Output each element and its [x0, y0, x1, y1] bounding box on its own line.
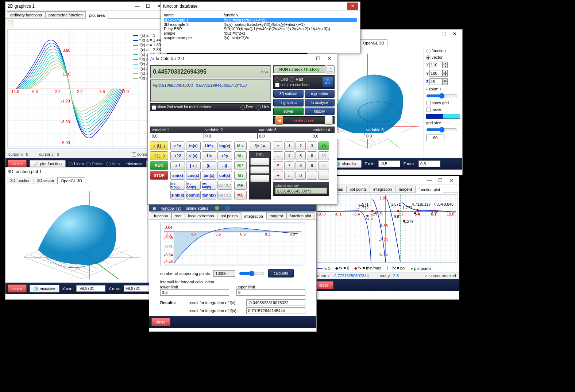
var3-input[interactable]: [258, 133, 311, 139]
var5-input[interactable]: [365, 133, 418, 139]
var4-input[interactable]: [311, 133, 364, 139]
x2-button[interactable]: x^2: [170, 151, 185, 160]
invi-button[interactable]: 1/i: [318, 151, 329, 160]
sigma-button[interactable]: ∑ (i,j,..): [150, 141, 168, 150]
con-button[interactable]: Con(C): [217, 181, 232, 190]
plus-button[interactable]: +: [273, 141, 283, 150]
function-radio[interactable]: [426, 49, 431, 53]
atan-button[interactable]: arc tan(x): [202, 181, 216, 190]
expression-input[interactable]: ln((2.91069338045071 -0.687121994450258^…: [150, 79, 271, 102]
close-button[interactable]: close: [151, 318, 170, 326]
fact-button[interactable]: x !: [170, 161, 185, 170]
pi-product-button[interactable]: ∏(i,j,..): [150, 151, 168, 160]
extra-button[interactable]: -: [318, 171, 329, 180]
close-button[interactable]: ✕: [449, 30, 460, 38]
run-button[interactable]: RUN / check / history: [273, 65, 325, 73]
table-row[interactable]: simplef(x,z)=x^2+z: [164, 31, 357, 35]
plusi-button[interactable]: +i: [318, 161, 329, 170]
mc-button[interactable]: MC: [234, 191, 247, 199]
show-grid-checkbox[interactable]: [426, 101, 431, 105]
close-button[interactable]: ✕: [446, 177, 457, 184]
plot-fn[interactable]: -10.8-8.1-5.4-2.7 2.75.48.110.8 1.86-1.8…: [314, 194, 458, 263]
hex-radio[interactable]: [256, 105, 261, 110]
tanh-button[interactable]: tanh(x): [202, 191, 216, 199]
lower-input[interactable]: [160, 289, 229, 296]
10x-button[interactable]: 10^x: [202, 141, 216, 150]
xy-button[interactable]: x^y: [217, 151, 232, 160]
tab-ordinary[interactable]: ordinary functions: [7, 11, 45, 18]
tab-extremas[interactable]: local extremas: [185, 212, 217, 219]
abs-button[interactable]: | x |: [186, 161, 201, 170]
plot-2d[interactable]: -11.0-6.6 -2.22.2 6.611.0 3.601.20 -1.20…: [7, 29, 165, 149]
acos-button[interactable]: arc cos(x): [186, 181, 201, 190]
div-button[interactable]: ÷: [273, 171, 283, 180]
cot-button[interactable]: cot(x): [217, 171, 232, 180]
close-button[interactable]: close: [8, 160, 27, 168]
minimize-button[interactable]: —: [132, 3, 143, 10]
plusminus-button[interactable]: +/-: [318, 141, 329, 150]
z-spinner[interactable]: ▲▼: [429, 78, 448, 85]
tab-parametric[interactable]: parametric function: [45, 11, 86, 18]
minimize-button[interactable]: —: [302, 55, 313, 62]
table-row[interactable]: simple examplef(x)=sin(x^2)/x: [164, 35, 357, 40]
num0-button[interactable]: 0: [296, 171, 306, 180]
num5-button[interactable]: 5: [296, 151, 306, 160]
complex-checkbox[interactable]: [275, 83, 279, 87]
dec-radio[interactable]: [240, 105, 245, 110]
tab-3d-function[interactable]: 3D function: [7, 177, 34, 184]
zmin-input[interactable]: [76, 285, 105, 292]
tab-function[interactable]: function: [151, 212, 171, 219]
mode-lines-radio[interactable]: [69, 162, 73, 166]
stop-button[interactable]: STOP: [150, 171, 168, 180]
ex-button[interactable]: e^x: [170, 141, 185, 150]
dot-button[interactable]: .: [307, 171, 317, 180]
num8-button[interactable]: 8: [296, 161, 306, 170]
tab-tangent[interactable]: tangent: [266, 212, 286, 219]
close-button[interactable]: ✕: [347, 3, 358, 10]
gridsize-slider[interactable]: [426, 127, 458, 133]
num6-button[interactable]: 6: [307, 151, 317, 160]
tab-tangent[interactable]: tangent: [395, 186, 415, 193]
mmul-button[interactable]: M *: [234, 161, 247, 170]
pi-button[interactable]: π: [284, 171, 294, 180]
cosh-button[interactable]: cosh(x): [186, 191, 201, 199]
vector-radio[interactable]: [426, 55, 431, 60]
num2-button[interactable]: 2: [296, 141, 306, 150]
mul-button[interactable]: *: [273, 161, 283, 170]
plot-integration[interactable]: 3.24.45.6 6.98.19.3 0.04-0.08-0.21-0.34-…: [160, 222, 305, 265]
fxeq-button[interactable]: f(x..)=: [249, 141, 271, 150]
minus-button[interactable]: -: [273, 151, 283, 160]
sqrt-button[interactable]: √ (x): [186, 151, 201, 160]
function-button[interactable]: function: [250, 166, 269, 174]
table-row[interactable]: 3D example 1f(x,y)=sin(sqrt(x^2+y^2)): [164, 18, 357, 22]
move-checkbox[interactable]: [426, 108, 431, 112]
constant-button[interactable]: constant: [250, 158, 269, 165]
log-button[interactable]: log(x): [217, 141, 232, 150]
fx-graphics-button[interactable]: fx graphics: [273, 99, 304, 106]
minimize-button[interactable]: —: [424, 177, 435, 184]
tab-functionplot[interactable]: function plot: [415, 186, 443, 193]
zmin-input[interactable]: [378, 160, 400, 167]
maximize-button[interactable]: ☐: [435, 177, 446, 184]
num9-button[interactable]: 9: [307, 161, 317, 170]
delete-reset-button[interactable]: delete / reset: [285, 119, 323, 123]
inv-button[interactable]: 1/x: [202, 151, 216, 160]
tab-root[interactable]: root: [171, 212, 185, 219]
zmax-input[interactable]: [418, 160, 440, 167]
gridsize-input[interactable]: [426, 135, 444, 141]
tan-button[interactable]: tan(x): [202, 171, 216, 180]
tab-polpoints[interactable]: pol points: [346, 186, 370, 193]
close-button[interactable]: close: [314, 281, 333, 289]
tab-functionplot[interactable]: function plot: [286, 212, 314, 219]
sin-button[interactable]: sin(x): [170, 171, 185, 180]
rad-radio[interactable]: [290, 77, 294, 82]
var2-input[interactable]: [204, 133, 257, 139]
calculate-button[interactable]: calculate: [268, 269, 293, 277]
deg-radio[interactable]: [275, 77, 279, 82]
run-button[interactable]: RUN: [150, 161, 168, 170]
globe-icon[interactable]: 🌐: [225, 206, 230, 210]
cursor-enabled-checkbox[interactable]: [424, 274, 428, 278]
tab-opengl[interactable]: OpenGL 3D: [360, 39, 387, 46]
plot-function-button[interactable]: 📈plot function: [30, 160, 66, 168]
tab-integration[interactable]: integration: [241, 213, 266, 220]
